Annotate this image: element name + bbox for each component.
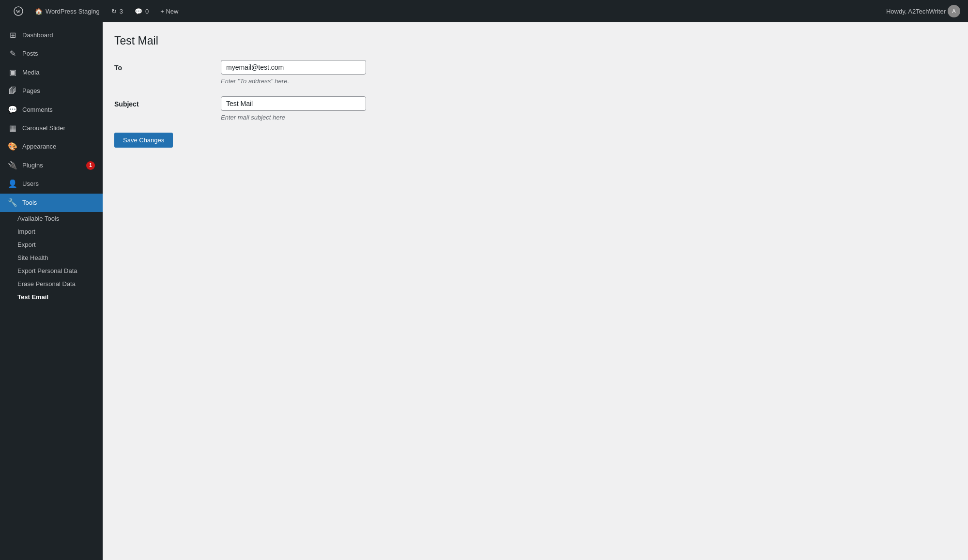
avatar[interactable]: A bbox=[948, 5, 960, 17]
subject-label: Subject bbox=[114, 96, 221, 108]
new-label: + New bbox=[160, 8, 178, 15]
sidebar-item-tools[interactable]: 🔧 Tools bbox=[0, 194, 103, 212]
test-mail-form: To Enter "To address" here. Subject Ente… bbox=[114, 60, 956, 148]
comments-icon: 💬 bbox=[135, 8, 142, 15]
save-changes-button[interactable]: Save Changes bbox=[114, 133, 173, 148]
subject-field-container: Enter mail subject here bbox=[221, 96, 463, 121]
comments-icon: 💬 bbox=[8, 105, 17, 115]
sidebar-item-posts[interactable]: ✎ Posts bbox=[0, 45, 103, 63]
to-input[interactable] bbox=[221, 60, 366, 75]
page-title: Test Mail bbox=[114, 34, 956, 48]
wp-wrapper: ⊞ Dashboard ✎ Posts ▣ Media 🗐 Pag bbox=[0, 22, 968, 560]
appearance-icon: 🎨 bbox=[8, 141, 17, 152]
sidebar-item-erase-personal-data[interactable]: Erase Personal Data bbox=[0, 277, 103, 290]
plugins-update-badge: 1 bbox=[86, 161, 95, 170]
to-field-container: Enter "To address" here. bbox=[221, 60, 463, 85]
sidebar: ⊞ Dashboard ✎ Posts ▣ Media 🗐 Pag bbox=[0, 22, 103, 560]
sidebar-item-label: Plugins bbox=[22, 161, 81, 170]
updates-icon: ↻ bbox=[111, 8, 117, 15]
sidebar-item-media[interactable]: ▣ Media bbox=[0, 63, 103, 82]
tools-icon: 🔧 bbox=[8, 197, 17, 208]
sidebar-item-export-personal-data[interactable]: Export Personal Data bbox=[0, 264, 103, 277]
admin-bar-right: Howdy, A2TechWriter A bbox=[886, 5, 960, 17]
to-label: To bbox=[114, 60, 221, 72]
pages-icon: 🗐 bbox=[8, 86, 17, 96]
sidebar-item-available-tools[interactable]: Available Tools bbox=[0, 212, 103, 225]
to-field-row: To Enter "To address" here. bbox=[114, 60, 956, 85]
updates-button[interactable]: ↻ 3 bbox=[106, 0, 129, 22]
sidebar-item-carousel-slider[interactable]: ▦ Carousel Slider bbox=[0, 119, 103, 137]
sidebar-item-label: Posts bbox=[22, 49, 95, 58]
tools-submenu: Available Tools Import Export bbox=[0, 212, 103, 303]
sidebar-item-label: Pages bbox=[22, 87, 95, 95]
sidebar-item-pages[interactable]: 🗐 Pages bbox=[0, 82, 103, 100]
sidebar-item-dashboard[interactable]: ⊞ Dashboard bbox=[0, 26, 103, 45]
wp-logo-button[interactable]: W bbox=[8, 0, 29, 22]
sidebar-item-users[interactable]: 👤 Users bbox=[0, 175, 103, 193]
new-content-button[interactable]: + New bbox=[154, 0, 184, 22]
sidebar-item-label: Carousel Slider bbox=[22, 124, 95, 133]
admin-bar: W 🏠 WordPress Staging ↻ 3 💬 0 + New Howd… bbox=[0, 0, 968, 22]
to-hint: Enter "To address" here. bbox=[221, 77, 463, 85]
subject-input[interactable] bbox=[221, 96, 366, 111]
site-name-button[interactable]: 🏠 WordPress Staging bbox=[29, 0, 106, 22]
home-icon: 🏠 bbox=[35, 8, 43, 15]
dashboard-icon: ⊞ bbox=[8, 30, 17, 41]
sidebar-item-label: Tools bbox=[22, 198, 95, 207]
sidebar-item-import[interactable]: Import bbox=[0, 225, 103, 238]
sidebar-item-label: Comments bbox=[22, 106, 95, 114]
comments-button[interactable]: 💬 0 bbox=[129, 0, 154, 22]
site-name: WordPress Staging bbox=[46, 8, 100, 15]
sidebar-item-label: Media bbox=[22, 68, 95, 77]
media-icon: ▣ bbox=[8, 67, 17, 78]
main-content: Test Mail To Enter "To address" here. Su… bbox=[103, 22, 968, 560]
plugins-icon: 🔌 bbox=[8, 160, 17, 171]
sidebar-item-export[interactable]: Export bbox=[0, 238, 103, 251]
posts-icon: ✎ bbox=[8, 48, 17, 59]
subject-hint: Enter mail subject here bbox=[221, 114, 463, 121]
save-button-row: Save Changes bbox=[114, 133, 956, 148]
carousel-icon: ▦ bbox=[8, 123, 17, 134]
sidebar-item-site-health[interactable]: Site Health bbox=[0, 251, 103, 264]
comments-count: 0 bbox=[145, 8, 149, 15]
sidebar-item-label: Users bbox=[22, 180, 95, 188]
sidebar-item-test-email[interactable]: Test Email bbox=[0, 290, 103, 303]
sidebar-item-comments[interactable]: 💬 Comments bbox=[0, 101, 103, 119]
sidebar-item-label: Dashboard bbox=[22, 31, 95, 40]
users-icon: 👤 bbox=[8, 179, 17, 189]
svg-text:W: W bbox=[16, 9, 20, 14]
sidebar-item-appearance[interactable]: 🎨 Appearance bbox=[0, 137, 103, 156]
updates-count: 3 bbox=[120, 8, 123, 15]
sidebar-item-label: Appearance bbox=[22, 142, 95, 151]
sidebar-item-plugins[interactable]: 🔌 Plugins 1 bbox=[0, 156, 103, 175]
howdy-text: Howdy, A2TechWriter bbox=[886, 8, 946, 15]
subject-field-row: Subject Enter mail subject here bbox=[114, 96, 956, 121]
